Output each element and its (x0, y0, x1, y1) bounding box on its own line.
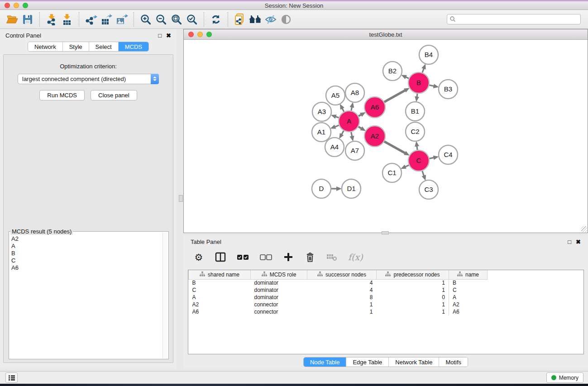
table-cell[interactable]: C (449, 286, 488, 294)
duplicate-network-icon[interactable] (232, 12, 248, 27)
window-resize-grip[interactable] (581, 226, 587, 232)
tab-mcds[interactable]: MCDS (118, 42, 148, 51)
table-cell[interactable]: dominator (251, 294, 307, 301)
minimize-window-icon[interactable] (14, 3, 19, 8)
float-table-panel-icon[interactable]: □ (568, 239, 571, 245)
mcds-result-item[interactable]: A (10, 243, 162, 250)
vertical-splitter-handle[interactable] (179, 195, 183, 202)
table-cell[interactable]: A2 (189, 301, 251, 308)
table-cell[interactable]: 1 (377, 286, 449, 294)
column-header-shared-name[interactable]: shared name (189, 270, 251, 279)
tab-network[interactable]: Network (28, 42, 62, 51)
network-graph[interactable]: AA1A2A3A4A5A6A7A8BB1B2B3B4CC1C2C3C4DD1 (184, 40, 588, 233)
graph-node-C1[interactable]: C1 (382, 163, 402, 182)
graph-node-B[interactable]: B (408, 72, 429, 93)
table-row[interactable]: A6connector11A6 (189, 308, 488, 315)
close-panel-button[interactable]: Close panel (91, 90, 137, 100)
mcds-result-item[interactable]: A6 (10, 264, 162, 272)
memory-button[interactable]: Memory (546, 372, 583, 383)
table-cell[interactable]: 4 (307, 279, 377, 286)
search-field[interactable] (447, 14, 581, 24)
table-cell[interactable]: 4 (307, 286, 377, 294)
float-panel-icon[interactable]: □ (158, 33, 162, 38)
graph-node-A5[interactable]: A5 (326, 86, 345, 105)
mcds-result-item[interactable]: A2 (10, 235, 162, 243)
close-table-panel-icon[interactable]: ✖ (576, 239, 581, 245)
table-cell[interactable]: 1 (307, 308, 377, 315)
graph-node-C4[interactable]: C4 (439, 145, 458, 164)
tab-edge-table[interactable]: Edge Table (346, 357, 388, 367)
table-cell[interactable]: connector (251, 308, 307, 315)
table-row[interactable]: Bdominator41B (189, 279, 488, 286)
graph-node-C3[interactable]: C3 (419, 180, 438, 199)
graph-node-A1[interactable]: A1 (312, 123, 331, 142)
table-cell[interactable]: A2 (449, 301, 488, 308)
tab-motifs[interactable]: Motifs (439, 357, 468, 367)
column-header-predecessor-nodes[interactable]: predecessor nodes (377, 270, 449, 279)
zoom-selected-icon[interactable] (184, 12, 200, 27)
select-all-icon[interactable] (237, 251, 249, 263)
close-panel-icon[interactable]: ✖ (166, 33, 171, 38)
tab-node-table[interactable]: Node Table (304, 357, 346, 367)
hide-panel-eye-icon[interactable] (263, 12, 278, 27)
settings-gear-icon[interactable]: ⚙ (193, 251, 204, 263)
graph-node-A7[interactable]: A7 (345, 141, 364, 160)
table-cell[interactable]: 1 (377, 301, 449, 308)
graph-node-A8[interactable]: A8 (345, 83, 364, 102)
table-cell[interactable]: connector (251, 301, 307, 308)
open-file-icon[interactable] (5, 12, 20, 27)
graph-node-C[interactable]: C (408, 150, 429, 171)
add-row-icon[interactable] (283, 251, 294, 263)
table-cell[interactable]: dominator (251, 286, 307, 294)
deselect-all-icon[interactable] (260, 251, 272, 263)
graph-node-B2[interactable]: B2 (383, 62, 402, 81)
table-cell[interactable]: 0 (377, 294, 449, 301)
network-window-titlebar[interactable]: testGlobe.txt (184, 29, 588, 40)
table-cell[interactable]: A6 (189, 308, 251, 315)
zoom-fit-icon[interactable] (169, 12, 184, 27)
table-cell[interactable]: 1 (377, 308, 449, 315)
criterion-dropdown[interactable]: largest connected component (directed) (18, 74, 159, 84)
tab-network-table[interactable]: Network Table (388, 357, 439, 367)
graph-edge-A6-B[interactable] (383, 90, 406, 103)
graph-node-A[interactable]: A (339, 111, 359, 132)
import-table-icon[interactable] (59, 12, 75, 27)
run-mcds-button[interactable]: Run MCDS (39, 90, 85, 100)
minimize-network-icon[interactable] (197, 32, 203, 37)
table-cell[interactable]: B (189, 279, 251, 286)
graph-node-C2[interactable]: C2 (406, 122, 425, 141)
table-cell[interactable]: A6 (449, 308, 488, 315)
graph-node-A4[interactable]: A4 (325, 138, 344, 157)
table-cell[interactable]: A (449, 294, 488, 301)
tab-style[interactable]: Style (62, 42, 89, 51)
zoom-in-icon[interactable] (138, 12, 153, 27)
graph-node-D[interactable]: D (312, 179, 331, 198)
column-header-successor-nodes[interactable]: successor nodes (307, 270, 377, 279)
graph-node-B1[interactable]: B1 (406, 102, 425, 121)
export-network-icon[interactable] (83, 12, 99, 27)
attribute-table[interactable]: shared nameMCDS rolesuccessor nodesprede… (188, 270, 488, 315)
graph-node-A3[interactable]: A3 (312, 102, 331, 121)
column-view-icon[interactable] (215, 251, 226, 263)
graph-node-B4[interactable]: B4 (419, 45, 438, 64)
zoom-window-icon[interactable] (23, 3, 28, 8)
result-scrollbar[interactable] (163, 232, 168, 358)
mcds-result-item[interactable]: B (10, 250, 162, 257)
table-cell[interactable]: B (449, 279, 488, 286)
graph-node-A6[interactable]: A6 (364, 97, 385, 118)
table-cell[interactable]: 1 (307, 301, 377, 308)
network-canvas[interactable]: AA1A2A3A4A5A6A7A8BB1B2B3B4CC1C2C3C4DD1 (184, 40, 588, 233)
zoom-network-icon[interactable] (206, 32, 212, 37)
column-header-name[interactable]: name (449, 270, 488, 279)
export-image-icon[interactable] (114, 12, 129, 27)
table-cell[interactable]: 1 (377, 279, 449, 286)
horizontal-splitter-handle[interactable] (382, 231, 389, 234)
graph-node-A2[interactable]: A2 (364, 126, 385, 147)
column-header-MCDS-role[interactable]: MCDS role (251, 270, 307, 279)
import-network-icon[interactable] (44, 12, 59, 27)
export-table-icon[interactable] (99, 12, 114, 27)
graph-node-D1[interactable]: D1 (342, 179, 361, 198)
table-row[interactable]: Adominator80A (189, 294, 488, 301)
refresh-icon[interactable] (208, 12, 224, 27)
network-view-window[interactable]: testGlobe.txt AA1A2A3A4A5A6A7A8BB1B2B3B4… (183, 29, 588, 233)
